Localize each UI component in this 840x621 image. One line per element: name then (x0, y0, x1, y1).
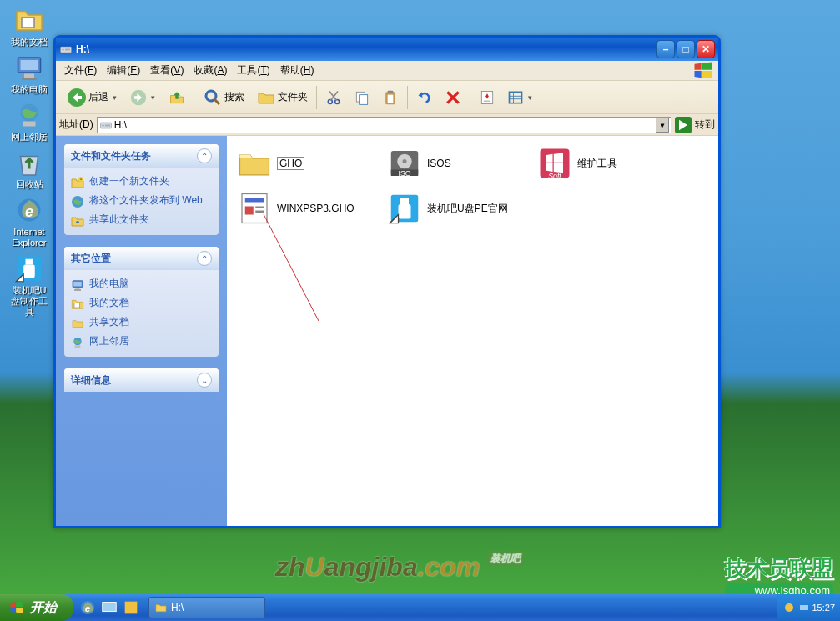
chevron-down-icon[interactable]: ⌄ (197, 373, 212, 388)
file-area[interactable]: GHO ISOS 维护工具 WINXPSP3.GHO 装机吧U盘PE官网 (227, 136, 718, 526)
delete-button[interactable] (440, 88, 466, 108)
search-button[interactable]: 搜索 (198, 86, 249, 109)
menu-edit[interactable]: 编辑(E) (102, 62, 145, 79)
drive-icon (59, 43, 73, 56)
documents-icon (14, 5, 44, 35)
file-label: 装机吧U盘PE官网 (427, 202, 508, 216)
quick-launch-ie[interactable] (78, 598, 97, 617)
back-button[interactable]: 后退▾ (62, 86, 123, 109)
separator (407, 86, 408, 109)
menu-file[interactable]: 文件(F) (59, 62, 102, 79)
watermark-zhuangjiba: zhUangjiba.com 装机吧 (275, 552, 524, 583)
address-input[interactable] (114, 119, 656, 131)
chevron-down-icon[interactable]: ▾ (526, 93, 534, 102)
task-publish-web[interactable]: 将这个文件夹发布到 Web (71, 192, 212, 211)
quick-launch-desktop[interactable] (100, 598, 118, 617)
desktop-icons-column: 我的文档 我的电脑 网上邻居 回收站 Internet Explorer 装机吧… (8, 0, 58, 323)
tray-icon[interactable] (798, 602, 810, 613)
panel-header[interactable]: 详细信息 ⌄ (64, 368, 219, 392)
file-item-isos[interactable]: ISOS (387, 146, 537, 181)
panel-header[interactable]: 文件和文件夹任务 ⌃ (64, 144, 219, 168)
panel-file-tasks: 文件和文件夹任务 ⌃ 创建一个新文件夹 将这个文件夹发布到 Web 共享此文件夹 (64, 144, 219, 235)
place-label: 我的文档 (89, 297, 129, 309)
separator (194, 86, 194, 109)
place-label: 共享文档 (89, 316, 129, 328)
desktop-icon-zhuangji-tool[interactable]: 装机吧U盘制作工具 (8, 253, 50, 318)
chevron-up-icon[interactable]: ⌃ (197, 148, 212, 163)
system-tray[interactable]: 15:27 (777, 594, 840, 621)
folder-icon (154, 601, 168, 614)
menu-help[interactable]: 帮助(H) (275, 62, 319, 79)
chevron-down-icon[interactable]: ▾ (110, 93, 118, 102)
forward-button[interactable]: ▾ (125, 88, 162, 108)
drive-icon (99, 118, 113, 132)
properties-button[interactable] (474, 88, 500, 108)
panel-other-places: 其它位置 ⌃ 我的电脑 我的文档 共享文档 网上邻居 (64, 247, 219, 357)
desktop-icon-recycle-bin[interactable]: 回收站 (8, 148, 50, 190)
file-item-maintenance-tools[interactable]: 维护工具 (537, 146, 687, 181)
start-button[interactable]: 开始 (0, 594, 73, 621)
windows-logo-icon (8, 599, 25, 616)
address-label: 地址(D) (59, 118, 93, 132)
svg-rect-56 (800, 605, 808, 610)
panel-header[interactable]: 其它位置 ⌃ (64, 247, 219, 270)
menubar: 文件(F) 编辑(E) 查看(V) 收藏(A) 工具(T) 帮助(H) (56, 61, 718, 81)
desktop-icon-network-places[interactable]: 网上邻居 (8, 100, 50, 143)
views-button[interactable]: ▾ (502, 88, 539, 108)
explorer-window: H:\ – □ ✕ 文件(F) 编辑(E) 查看(V) 收藏(A) 工具(T) … (53, 35, 721, 528)
address-dropdown-button[interactable]: ▾ (656, 118, 669, 133)
up-button[interactable] (163, 88, 190, 108)
desktop-icon-label: 我的文档 (8, 37, 50, 48)
file-label: ISOS (427, 158, 451, 169)
place-network[interactable]: 网上邻居 (71, 333, 212, 352)
chevron-up-icon[interactable]: ⌃ (197, 251, 212, 266)
iso-folder-icon (387, 146, 422, 181)
sidebar: 文件和文件夹任务 ⌃ 创建一个新文件夹 将这个文件夹发布到 Web 共享此文件夹… (56, 136, 227, 526)
cut-button[interactable] (320, 88, 347, 108)
place-my-computer[interactable]: 我的电脑 (71, 275, 212, 294)
task-label: H:\ (171, 602, 184, 613)
clock[interactable]: 15:27 (812, 603, 835, 613)
place-label: 我的电脑 (89, 278, 129, 290)
desktop-icon-my-documents[interactable]: 我的文档 (8, 5, 50, 48)
desktop-icon-label: 回收站 (8, 179, 50, 190)
usb-shortcut-icon (387, 191, 422, 226)
desktop-icon-my-computer[interactable]: 我的电脑 (8, 53, 50, 95)
place-my-documents[interactable]: 我的文档 (71, 294, 212, 313)
folders-label: 文件夹 (278, 90, 308, 104)
quick-launch-item[interactable] (122, 598, 140, 617)
minimize-button[interactable]: – (656, 40, 675, 58)
task-label: 将这个文件夹发布到 Web (89, 194, 203, 207)
copy-button[interactable] (349, 88, 375, 108)
menu-favorites[interactable]: 收藏(A) (189, 62, 232, 79)
separator (316, 86, 317, 109)
task-new-folder[interactable]: 创建一个新文件夹 (71, 173, 212, 192)
paste-button[interactable] (377, 88, 404, 108)
go-button[interactable] (675, 117, 692, 133)
file-item-gho-folder[interactable]: GHO (237, 146, 387, 181)
toolbar: 后退▾ ▾ 搜索 文件夹 ▾ (56, 81, 718, 114)
menu-tools[interactable]: 工具(T) (232, 62, 274, 79)
windows-logo-icon (692, 63, 715, 79)
panel-title: 文件和文件夹任务 (71, 149, 197, 163)
quick-launch (73, 598, 145, 617)
task-label: 共享此文件夹 (89, 213, 149, 226)
recycle-bin-icon (14, 148, 44, 178)
undo-button[interactable] (411, 88, 438, 108)
ie-icon (14, 195, 44, 225)
desktop-icon-internet-explorer[interactable]: Internet Explorer (8, 195, 50, 248)
usb-tool-icon (14, 253, 44, 283)
panel-title: 详细信息 (71, 373, 197, 388)
titlebar[interactable]: H:\ – □ ✕ (56, 38, 718, 61)
svg-point-55 (785, 603, 793, 612)
file-item-winxpsp3-gho[interactable]: WINXPSP3.GHO (237, 191, 387, 226)
place-label: 网上邻居 (89, 335, 129, 348)
file-item-zhuangji-pe-site[interactable]: 装机吧U盘PE官网 (387, 191, 537, 226)
folders-button[interactable]: 文件夹 (251, 86, 313, 109)
chevron-down-icon[interactable]: ▾ (148, 93, 157, 102)
tray-icon[interactable] (783, 602, 795, 613)
place-shared-documents[interactable]: 共享文档 (71, 313, 212, 333)
task-share-folder[interactable]: 共享此文件夹 (71, 211, 212, 230)
taskbar-task-explorer[interactable]: H:\ (148, 597, 265, 618)
menu-view[interactable]: 查看(V) (145, 62, 189, 79)
